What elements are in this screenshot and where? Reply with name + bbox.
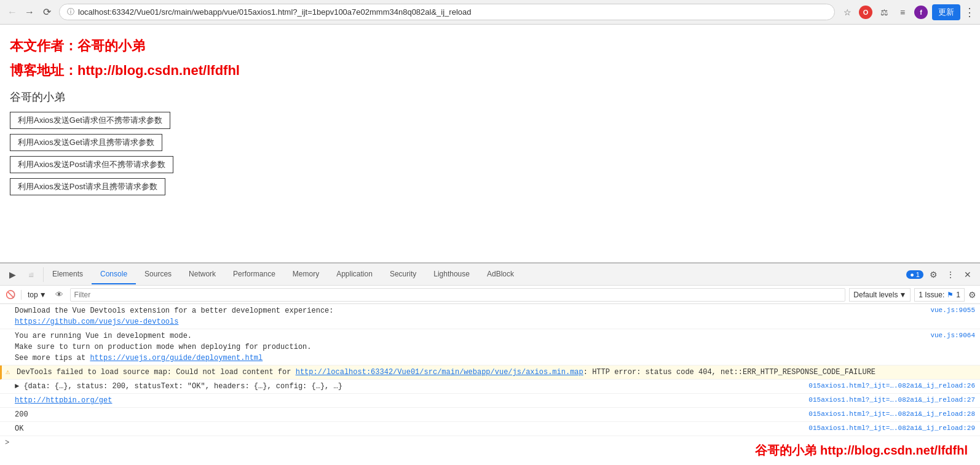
context-label: top: [28, 291, 38, 299]
blog-label: 博客地址：http://blog.csdn.net/lfdfhl: [10, 61, 970, 80]
settings-button[interactable]: ⚙: [926, 267, 941, 282]
history-button[interactable]: ≡: [895, 5, 910, 20]
tab-performance[interactable]: Performance: [224, 265, 284, 284]
tab-adblock[interactable]: AdBlock: [478, 265, 523, 284]
console-settings-button[interactable]: ⚙: [968, 290, 976, 300]
browser-chrome: ← → ⟳ ⓘ localhost:63342/Vue01/src/main/w…: [0, 0, 980, 25]
context-selector[interactable]: top ▼: [25, 289, 49, 300]
reload-button[interactable]: ⟳: [39, 5, 54, 20]
tab-application[interactable]: Application: [328, 265, 381, 284]
httpbin-link[interactable]: http://httpbin.org/get: [15, 396, 112, 405]
filter-input[interactable]: [70, 288, 846, 302]
author-label: 本文作者：谷哥的小弟: [10, 37, 970, 55]
console-message-6: 015axios1.html?_ijt=….082a1&_ij_reload:2…: [0, 408, 980, 422]
issue-text: 1 Issue:: [919, 291, 944, 299]
update-button[interactable]: 更新: [932, 4, 960, 20]
axios-post-with-params-button[interactable]: 利用Axios发送Post请求且携带请求参数: [10, 178, 165, 195]
flag-icon: ⚑: [947, 291, 954, 299]
default-levels-label: Default levels: [853, 291, 898, 299]
console-message-3: DevTools failed to load source map: Coul…: [0, 365, 980, 380]
purple-extension-icon: f: [914, 6, 928, 19]
extensions-button[interactable]: ⚖: [877, 5, 891, 20]
tab-network[interactable]: Network: [180, 265, 224, 284]
issue-count: 1: [956, 291, 960, 299]
vue-devtools-link[interactable]: https://github.com/vuejs/vue-devtools: [15, 318, 178, 326]
axios-post-no-params-button[interactable]: 利用Axios发送Post请求但不携带请求参数: [10, 156, 173, 173]
console-message-5: 015axios1.html?_ijt=….082a1&_ij_reload:2…: [0, 394, 980, 408]
console-message-7: 015axios1.html?_ijt=….082a1&_ij_reload:2…: [0, 422, 980, 436]
back-button[interactable]: ←: [5, 5, 20, 20]
devtools-tabs: Elements Console Sources Network Perform…: [44, 265, 901, 284]
bookmark-button[interactable]: ☆: [840, 5, 855, 20]
secure-icon: ⓘ: [67, 7, 74, 17]
console-output: vue.js:9055 Download the Vue Devtools ex…: [0, 304, 980, 465]
tab-elements[interactable]: Elements: [44, 265, 92, 284]
tab-security[interactable]: Security: [381, 265, 425, 284]
console-source-4[interactable]: 015axios1.html?_ijt=….082a1&_ij_reload:2…: [808, 381, 975, 391]
console-message-1: vue.js:9055 Download the Vue Devtools ex…: [0, 304, 980, 329]
device-toolbar-button[interactable]: ◽: [23, 267, 38, 282]
issues-badge[interactable]: 1 Issue: ⚑ 1: [914, 288, 965, 302]
notification-badge: ● 1: [906, 270, 923, 279]
button-group: 利用Axios发送Get请求但不携带请求参数 利用Axios发送Get请求且携带…: [10, 112, 970, 195]
nav-buttons: ← → ⟳: [5, 5, 54, 20]
forward-button[interactable]: →: [22, 5, 37, 20]
tab-memory[interactable]: Memory: [284, 265, 328, 284]
console-message-4: 015axios1.html?_ijt=….082a1&_ij_reload:2…: [0, 380, 980, 394]
url-text: localhost:63342/Vue01/src/main/webapp/vu…: [78, 7, 827, 17]
tab-lighthouse[interactable]: Lighthouse: [425, 265, 478, 284]
console-source-2[interactable]: vue.js:9064: [930, 330, 975, 341]
user-name: 谷哥的小弟: [10, 90, 970, 104]
deployment-link[interactable]: https://vuejs.org/guide/deployment.html: [90, 354, 263, 362]
more-tools-button[interactable]: ⋮: [943, 267, 958, 282]
browser-menu-button[interactable]: ⋮: [964, 6, 975, 19]
console-source-1[interactable]: vue.js:9055: [930, 305, 975, 316]
default-levels-button[interactable]: Default levels ▼: [849, 288, 911, 302]
page-content: 本文作者：谷哥的小弟 博客地址：http://blog.csdn.net/lfd…: [0, 25, 980, 262]
devtools-panel: ▶ ◽ Elements Console Sources Network Per…: [0, 262, 980, 465]
red-extension-icon: O: [859, 6, 872, 19]
address-bar[interactable]: ⓘ localhost:63342/Vue01/src/main/webapp/…: [59, 4, 835, 20]
inspect-element-button[interactable]: ▶: [5, 267, 20, 282]
browser-actions: ☆ O ⚖ ≡ f 更新 ⋮: [840, 4, 975, 20]
console-source-7[interactable]: 015axios1.html?_ijt=….082a1&_ij_reload:2…: [808, 423, 975, 434]
devtools-toolbar: ▶ ◽ Elements Console Sources Network Per…: [0, 264, 980, 286]
tab-console[interactable]: Console: [92, 265, 136, 284]
console-toolbar: 🚫 top ▼ 👁 Default levels ▼ 1 Issue: ⚑ 1 …: [0, 286, 980, 304]
clear-console-button[interactable]: 🚫: [4, 288, 17, 302]
console-source-5[interactable]: 015axios1.html?_ijt=….082a1&_ij_reload:2…: [808, 395, 975, 405]
separator: [21, 290, 22, 300]
axios-map-link[interactable]: http://localhost:63342/Vue01/src/main/we…: [296, 368, 583, 377]
axios-get-with-params-button[interactable]: 利用Axios发送Get请求且携带请求参数: [10, 134, 162, 151]
close-devtools-button[interactable]: ✕: [960, 267, 975, 282]
eye-button[interactable]: 👁: [53, 288, 66, 302]
red-extension-button[interactable]: O: [858, 5, 873, 20]
console-source-6[interactable]: 015axios1.html?_ijt=….082a1&_ij_reload:2…: [808, 409, 975, 420]
devtools-right-icons: ● 1 ⚙ ⋮ ✕: [901, 267, 980, 282]
star-icon: ☆: [844, 7, 852, 17]
tab-sources[interactable]: Sources: [136, 265, 180, 284]
console-prompt[interactable]: >: [0, 436, 980, 450]
purple-extension-button[interactable]: f: [914, 5, 928, 20]
puzzle-icon: ⚖: [880, 7, 888, 17]
levels-arrow: ▼: [899, 291, 906, 299]
axios-get-no-params-button[interactable]: 利用Axios发送Get请求但不携带请求参数: [10, 112, 170, 129]
devtools-panel-icons: ▶ ◽: [0, 267, 44, 282]
dropdown-arrow: ▼: [39, 291, 47, 299]
history-icon: ≡: [900, 7, 905, 17]
console-message-2: vue.js:9064 You are running Vue in devel…: [0, 329, 980, 365]
